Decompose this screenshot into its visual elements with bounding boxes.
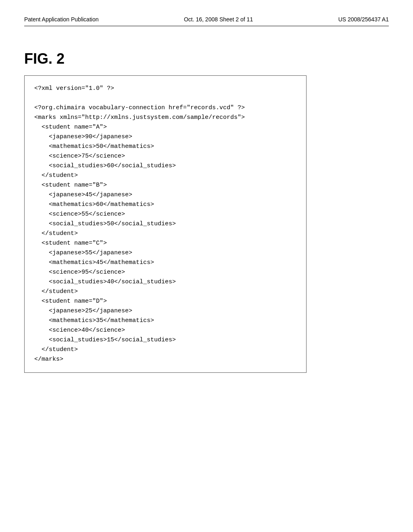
page-header: Patent Application Publication Oct. 16, … [24, 16, 389, 26]
header-date-sheet: Oct. 16, 2008 Sheet 2 of 11 [184, 16, 253, 23]
figure-label: FIG. 2 [24, 50, 389, 67]
header-publication-label: Patent Application Publication [24, 16, 98, 23]
xml-code-block: <?xml version="1.0" ?> <?org.chimaira vo… [24, 75, 307, 373]
header-patent-number: US 2008/256437 A1 [338, 16, 389, 23]
page: Patent Application Publication Oct. 16, … [0, 0, 413, 532]
